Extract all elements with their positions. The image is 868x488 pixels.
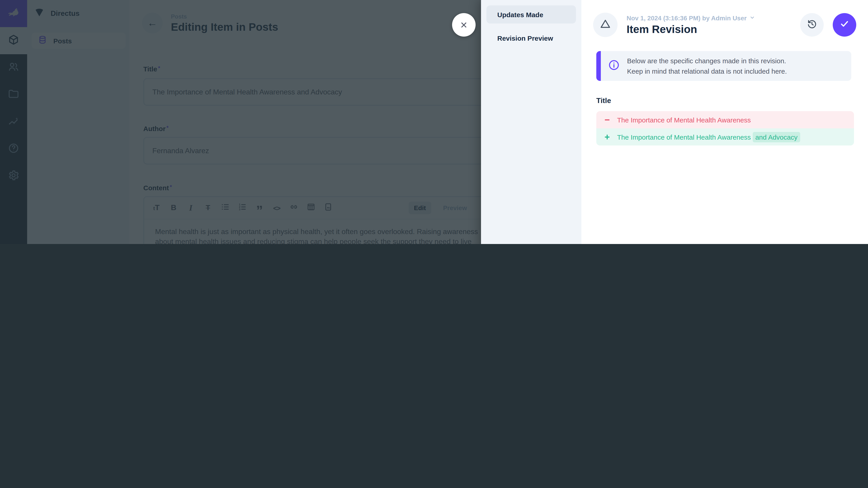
- drawer-overlay[interactable]: [0, 0, 481, 244]
- close-drawer-button[interactable]: ×: [452, 13, 475, 37]
- revert-button[interactable]: [800, 13, 824, 37]
- revision-notice: Below are the specific changes made in t…: [596, 51, 851, 81]
- diff-added-row: + The Importance of Mental Health Awaren…: [596, 128, 854, 145]
- info-icon: [608, 59, 620, 73]
- warning-triangle-icon: [599, 18, 611, 32]
- diff-removed-text: The Importance of Mental Health Awarenes…: [617, 116, 751, 124]
- diff-added-text: The Importance of Mental Health Awarenes…: [617, 133, 800, 141]
- directus-app: Directus Posts ← Posts Editing Item in P…: [0, 0, 868, 244]
- drawer-nav-revision-preview[interactable]: Revision Preview: [487, 29, 576, 47]
- minus-icon: −: [603, 115, 611, 125]
- drawer-content: Nov 1, 2024 (3:16:36 PM) by Admin User I…: [581, 0, 868, 244]
- notice-text: Below are the specific changes made in t…: [627, 56, 787, 76]
- diff-removed-row: − The Importance of Mental Health Awaren…: [596, 111, 854, 128]
- close-icon: ×: [460, 18, 467, 32]
- drawer-title: Item Revision: [627, 23, 791, 35]
- chevron-down-icon: [749, 14, 755, 22]
- plus-icon: +: [603, 132, 611, 142]
- history-icon: [807, 19, 817, 31]
- diff-field-name: Title: [596, 97, 611, 105]
- revision-avatar: [593, 13, 618, 37]
- drawer-nav: Updates Made Revision Preview: [481, 0, 581, 244]
- drawer-nav-updates-made[interactable]: Updates Made: [487, 5, 576, 24]
- notice-accent-bar: [596, 51, 601, 81]
- diff-added-highlight: and Advocacy: [752, 132, 800, 142]
- revision-meta[interactable]: Nov 1, 2024 (3:16:36 PM) by Admin User: [627, 14, 791, 22]
- done-button[interactable]: [833, 13, 856, 37]
- drawer-header: Nov 1, 2024 (3:16:36 PM) by Admin User I…: [581, 0, 868, 50]
- check-icon: [839, 19, 850, 31]
